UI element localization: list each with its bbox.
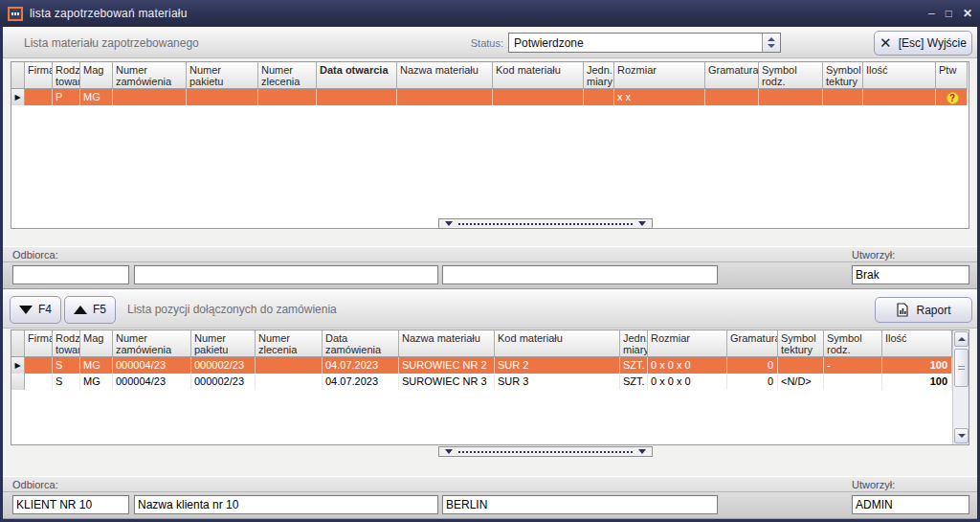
- maximize-icon[interactable]: □: [946, 8, 952, 19]
- table-row[interactable]: ▶ S MG 000004/23 000002/23 04.07.2023 SU…: [11, 357, 969, 374]
- panel-divider: [3, 491, 977, 492]
- cell-jedn-miary: SZT.: [620, 357, 648, 374]
- window-title: lista zapotrzebowań materiału: [30, 7, 188, 20]
- grid-collapse-splitter[interactable]: [438, 446, 653, 457]
- col-numer-pakietu[interactable]: Numer pakietu: [191, 330, 256, 357]
- col-rodz-towar[interactable]: Rodz towar: [53, 330, 80, 357]
- col-kod-materialu[interactable]: Kod materiału: [493, 62, 584, 89]
- col-numer-zlecenia[interactable]: Numer zlecenia: [256, 330, 323, 357]
- cell-numer-zamowienia: 000004/23: [113, 374, 191, 390]
- col-numer-pakietu[interactable]: Numer pakietu: [187, 62, 258, 89]
- exit-button[interactable]: ✕ [Esc] Wyjście: [874, 31, 972, 56]
- spinner-up-icon[interactable]: [768, 37, 775, 41]
- question-mark-icon: ?: [947, 92, 959, 104]
- cell-symbol-rodz: [759, 89, 823, 105]
- col-nazwa-materialu[interactable]: Nazwa materiału: [399, 330, 495, 357]
- col-numer-zamowienia[interactable]: Numer zamówienia: [113, 62, 187, 89]
- cell-rozmiar: 0 x 0 x 0: [648, 374, 727, 390]
- col-numer-zamowienia[interactable]: Numer zamówienia: [113, 330, 191, 357]
- cell-ilosc: 100: [882, 357, 952, 374]
- chevron-down-icon: [638, 449, 646, 454]
- positions-grid-header: Firma Rodz towar Mag Numer zamówienia Nu…: [11, 330, 969, 357]
- scroll-down-button[interactable]: [954, 428, 969, 443]
- cell-kod-materialu: [493, 89, 584, 105]
- col-rozmiar[interactable]: Rozmiar: [648, 330, 727, 357]
- col-symbol-tektury[interactable]: Symbol tektury: [823, 62, 863, 89]
- col-data-otwarcia[interactable]: Data otwarcia: [317, 62, 397, 89]
- cell-nazwa-materialu: [397, 89, 493, 105]
- table-row[interactable]: S MG 000004/23 000002/23 04.07.2023 SURO…: [11, 374, 969, 390]
- cell-kod-materialu: SUR 3: [495, 374, 620, 390]
- spinner-down-icon[interactable]: [768, 44, 775, 48]
- col-ptw[interactable]: Ptw: [936, 62, 968, 89]
- grid-collapse-splitter[interactable]: [438, 218, 653, 229]
- col-mag[interactable]: Mag: [80, 330, 113, 357]
- recipient-code-field[interactable]: [12, 265, 129, 284]
- cell-symbol-tektury: [823, 89, 863, 105]
- report-button[interactable]: Raport: [875, 297, 972, 323]
- col-rozmiar[interactable]: Rozmiar: [614, 62, 705, 89]
- cell-mag: MG: [80, 374, 113, 390]
- recipient-code-field[interactable]: [12, 495, 129, 514]
- scroll-up-button[interactable]: [954, 331, 969, 347]
- col-symbol-rodz-materialu[interactable]: Symbol rodz. materiału: [824, 330, 882, 357]
- recipient-city-field[interactable]: [442, 495, 718, 514]
- col-rodz-towar[interactable]: Rodz towar: [53, 62, 80, 89]
- cell-numer-pakietu: 000002/23: [191, 357, 256, 374]
- col-data-zamowienia[interactable]: Data zamówienia: [323, 330, 399, 357]
- col-jedn-miary[interactable]: Jedn. miary: [584, 62, 614, 89]
- col-symbol-rodz-materialu[interactable]: Symbol rodz. materiału: [759, 62, 823, 89]
- cell-mag: MG: [80, 357, 113, 374]
- cell-ilosc: 100: [882, 374, 952, 390]
- col-numer-zlecenia[interactable]: Numer zlecenia: [258, 62, 317, 89]
- requirements-grid: Firma Rodz towar Mag Numer zamówienia Nu…: [11, 61, 969, 229]
- status-spinner[interactable]: [762, 34, 780, 52]
- recipient-name-field[interactable]: [134, 495, 438, 514]
- title-bar[interactable]: lista zapotrzebowań materiału – □ ✕: [0, 0, 980, 27]
- created-by-field[interactable]: [852, 265, 969, 284]
- col-firma[interactable]: Firma: [25, 330, 53, 357]
- col-gramatura[interactable]: Gramatura: [727, 330, 778, 357]
- vertical-scrollbar[interactable]: [952, 330, 969, 444]
- col-jedn-miary[interactable]: Jedn. miary: [620, 330, 648, 357]
- cell-nazwa-materialu: SUROWIEC NR 2: [399, 357, 495, 374]
- recipient-city-field[interactable]: [442, 265, 718, 284]
- col-firma[interactable]: Firma: [25, 62, 53, 89]
- f4-button[interactable]: F4: [10, 296, 61, 324]
- header-selector: [11, 62, 25, 89]
- recipient-name-field[interactable]: [134, 265, 438, 284]
- col-nazwa-materialu[interactable]: Nazwa materiału: [397, 62, 493, 89]
- col-ilosc[interactable]: Ilość: [863, 62, 936, 89]
- col-symbol-tektury[interactable]: Symbol tektury: [778, 330, 824, 357]
- f5-label: F5: [93, 303, 106, 316]
- close-icon[interactable]: ✕: [963, 8, 972, 19]
- status-label: Status:: [471, 37, 503, 49]
- chevron-down-icon: [638, 221, 646, 226]
- cell-jedn-miary: [584, 89, 614, 105]
- app-window: lista zapotrzebowań materiału – □ ✕ List…: [0, 0, 980, 522]
- col-gramatura[interactable]: Gramatura: [705, 62, 759, 89]
- cell-gramatura: [705, 89, 759, 105]
- col-ilosc[interactable]: Ilość: [882, 330, 952, 357]
- cell-rozmiar: x x: [614, 89, 705, 105]
- col-mag[interactable]: Mag: [80, 62, 113, 89]
- col-kod-materialu[interactable]: Kod materiału: [495, 330, 620, 357]
- table-row[interactable]: ▶ P MG x x ?: [11, 89, 969, 105]
- status-value: Potwierdzone: [509, 36, 762, 50]
- utworzyl-label: Utworzył:: [852, 479, 895, 490]
- cell-numer-zlecenia: [256, 374, 323, 390]
- cell-numer-zlecenia: [256, 357, 323, 374]
- cell-symbol-tektury: <N/D>: [778, 374, 824, 390]
- status-combobox[interactable]: Potwierdzone: [508, 33, 781, 53]
- f5-button[interactable]: F5: [64, 296, 116, 324]
- cell-jedn-miary: SZT.: [620, 374, 648, 390]
- arrow-down-icon: [958, 434, 966, 438]
- cell-rodz: S: [53, 374, 80, 390]
- cell-mag: MG: [80, 89, 113, 105]
- positions-grid: Firma Rodz towar Mag Numer zamówienia Nu…: [11, 329, 969, 445]
- minimize-icon[interactable]: –: [928, 8, 935, 19]
- scrollbar-thumb[interactable]: [954, 349, 969, 387]
- row-marker-icon: ▶: [11, 89, 25, 105]
- created-by-field[interactable]: [852, 495, 969, 514]
- cell-symbol-tektury: [778, 357, 824, 374]
